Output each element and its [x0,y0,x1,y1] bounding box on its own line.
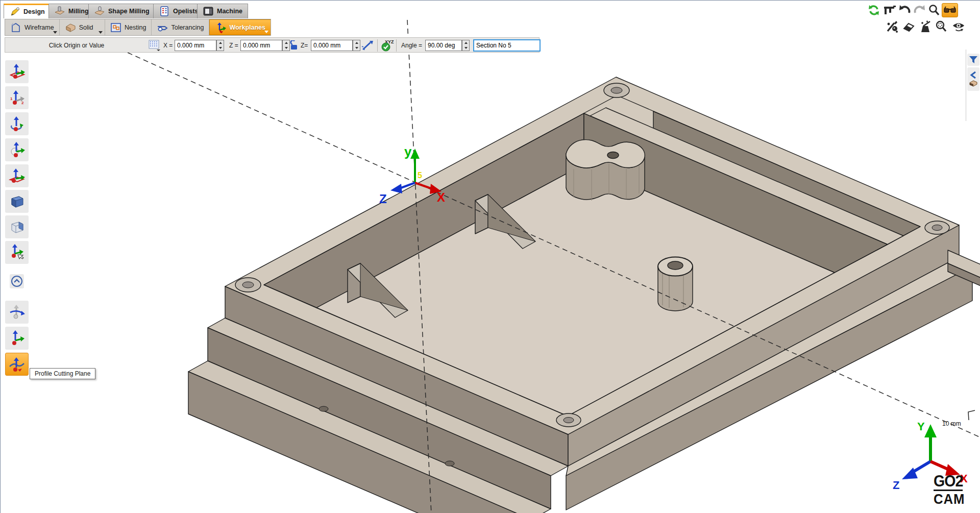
go2cam-logo: GO2 CAM [934,473,965,506]
origin-x-label: X [437,190,445,204]
angle-field-label: Angle = [401,42,422,49]
operation-list-icon [159,6,170,17]
magic-hide-button[interactable] [919,20,932,33]
chevron-down-icon[interactable] [53,31,57,34]
glasses-icon [943,5,957,15]
chevron-down-icon[interactable] [264,31,268,33]
tab-milling[interactable]: Milling [48,4,94,18]
x-spinner[interactable] [216,40,224,51]
sidebar-item-profile-cutting-plane[interactable] [5,353,29,376]
workplane-on-plane-icon [8,63,26,81]
filter-button[interactable] [967,54,979,66]
x-input[interactable] [175,40,216,51]
tab-opelists[interactable]: Opelists [153,4,204,18]
origin-z-label: Z [379,192,387,206]
tab-design[interactable]: Design [4,4,51,18]
z-input[interactable] [240,40,282,51]
redo-button[interactable] [913,4,926,17]
svg-text:1: 1 [10,96,13,101]
tolerancing-button[interactable]: Tolerancing [152,19,209,35]
eye-icon [952,20,965,33]
nav-z-label: Z [893,479,899,492]
tab-label: Design [23,8,45,15]
tab-label: Opelists [173,8,198,15]
section-name-input[interactable] [473,39,541,52]
tab-shape-milling[interactable]: Shape Milling [88,4,155,18]
lock-icon[interactable] [288,40,299,51]
angle-spinner[interactable] [462,40,470,51]
angle-input[interactable] [425,40,462,51]
workplane-flip-plane-icon [8,167,26,185]
origin-y-label: y [404,144,412,159]
magnifier-icon [928,4,940,16]
caliper-icon [883,4,896,16]
prompt-label: Click Origin or Value [5,42,148,49]
zoom-selection-button[interactable] [935,20,948,33]
solid-label: Solid [79,24,93,31]
tolerancing-icon [157,22,168,33]
sidebar-collapse-button[interactable] [10,274,24,288]
workplane-pick-icon [8,243,26,262]
sidebar-item-axis-swap[interactable] [5,301,29,324]
view-mode-button[interactable] [942,3,958,17]
nesting-icon [110,22,121,33]
sidebar-item-axis-triad[interactable] [5,327,29,350]
cylinder-hole [668,261,683,270]
milling-tool-icon [54,6,65,17]
z2-spinner[interactable] [353,40,360,51]
sidebar-item-workplane-pick[interactable] [5,241,29,264]
visibility-button[interactable] [952,20,965,33]
workplanes-label: Workplanes [229,24,265,31]
solid-button[interactable]: Solid [60,19,105,35]
z2-field-label: Z= [301,42,308,49]
wireframe-icon [10,22,21,33]
wireframe-button[interactable]: Wireframe [5,19,60,35]
nesting-label: Nesting [125,24,146,31]
nesting-button[interactable]: Nesting [105,19,152,35]
tooltip: Profile Cutting Plane [30,368,95,379]
sidebar-item-workplane-rotate[interactable] [5,112,29,135]
undo-button[interactable] [898,4,911,17]
solid-icon [65,22,76,33]
workplanes-button[interactable]: Workplanes [209,19,271,35]
pick-direction-icon[interactable] [361,40,374,51]
render-settings-button[interactable] [886,20,899,33]
sidebar-item-workplane-flip[interactable] [5,164,29,187]
sidebar-item-workplane-sphere[interactable] [5,138,29,161]
tab-machine[interactable]: Machine [197,4,248,18]
zoom-target-icon [935,20,948,33]
scale-label: 10 mm [942,420,961,427]
sidebar-item-workplane-on-plane[interactable] [5,60,29,83]
zoom-button[interactable] [927,4,941,17]
axis-swap-icon [8,303,26,322]
workplane-rotate-icon [8,115,26,133]
tab-label: Machine [217,8,242,15]
ribbon-group-bar: Wireframe Solid Nesting Toleranci [5,19,271,36]
grid-snap-icon[interactable] [149,40,161,51]
regenerate-button[interactable] [867,4,880,17]
measure-button[interactable] [883,4,896,17]
eraser-icon [902,20,915,33]
panel-expand-button[interactable] [967,67,979,91]
sidebar-item-transparent-view[interactable] [5,215,29,238]
logo-line2: CAM [934,492,965,506]
chevron-left-icon [970,71,977,79]
undo-icon [898,4,911,16]
solid-block-icon [969,79,978,87]
sidebar-item-solid-view[interactable] [5,190,29,213]
xyz-validate-icon[interactable]: XYZ [381,39,395,52]
shape-milling-tool-icon [94,6,105,17]
pencil-icon [9,6,20,17]
logo-line1: GO2 [934,473,963,491]
go2cam-window: y 5 X Z 10 mm Y Z X [0,0,980,513]
collapse-chevron-icon [11,275,23,287]
z2-input[interactable] [311,40,353,51]
chevron-down-icon[interactable] [99,31,103,34]
right-panel-border [966,50,966,121]
z-field-label: Z = [229,42,238,49]
part-3d-view[interactable]: y 5 X Z 10 mm Y Z X [1,1,980,513]
sidebar-item-workplane-two-points[interactable]: 1 2 [5,86,29,109]
magic-wand-icon [919,20,932,33]
erase-button[interactable] [902,20,915,33]
filter-icon [969,55,978,64]
